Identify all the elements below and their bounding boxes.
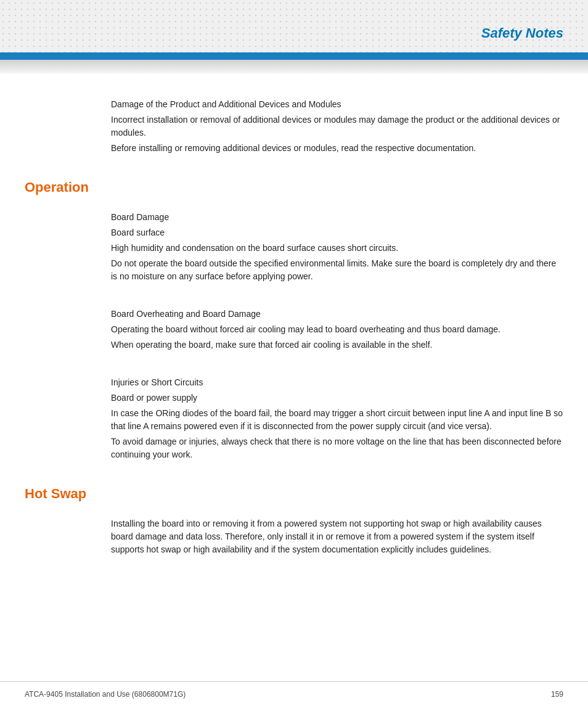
blue-divider-bar: [0, 52, 588, 60]
damage-title: Damage of the Product and Additional Dev…: [111, 98, 563, 111]
note3-body1: In case the ORing diodes of the board fa…: [111, 407, 563, 433]
note2-body2: When operating the board, make sure that…: [111, 339, 563, 351]
hotswap-body: Installing the board into or removing it…: [111, 517, 563, 556]
note1-title1: Board Damage: [111, 211, 563, 224]
note2-title1: Board Overheating and Board Damage: [111, 308, 563, 321]
hotswap-section: Hot Swap Installing the board into or re…: [25, 486, 563, 556]
operation-note-1: Board Damage Board surface High humidity…: [111, 211, 563, 283]
hotswap-heading: Hot Swap: [25, 486, 563, 502]
note3-body2: To avoid damage or injuries, always chec…: [111, 435, 563, 461]
page-footer: ATCA-9405 Installation and Use (6806800M…: [0, 681, 588, 706]
note3-title2: Board or power supply: [111, 392, 563, 404]
footer-left: ATCA-9405 Installation and Use (6806800M…: [25, 690, 186, 699]
damage-body1: Incorrect installation or removal of add…: [111, 113, 563, 139]
operation-heading: Operation: [25, 179, 563, 195]
main-content: Damage of the Product and Additional Dev…: [0, 73, 588, 630]
note1-title2: Board surface: [111, 226, 563, 239]
footer-page-number: 159: [551, 690, 563, 699]
operation-note-3: Injuries or Short Circuits Board or powe…: [111, 376, 563, 461]
operation-section: Operation Board Damage Board surface Hig…: [25, 179, 563, 461]
operation-note-2: Board Overheating and Board Damage Opera…: [111, 308, 563, 351]
hotswap-note: Installing the board into or removing it…: [111, 517, 563, 556]
note1-body1: High humidity and condensation on the bo…: [111, 242, 563, 255]
damage-section: Damage of the Product and Additional Dev…: [111, 98, 563, 155]
page-title: Safety Notes: [481, 25, 563, 41]
header-area: Safety Notes: [0, 0, 588, 52]
damage-body2: Before installing or removing additional…: [111, 142, 563, 155]
gray-gradient-bar: [0, 60, 588, 73]
note1-body2: Do not operate the board outside the spe…: [111, 257, 563, 283]
note3-title1: Injuries or Short Circuits: [111, 376, 563, 389]
note2-body1: Operating the board without forced air c…: [111, 323, 563, 336]
